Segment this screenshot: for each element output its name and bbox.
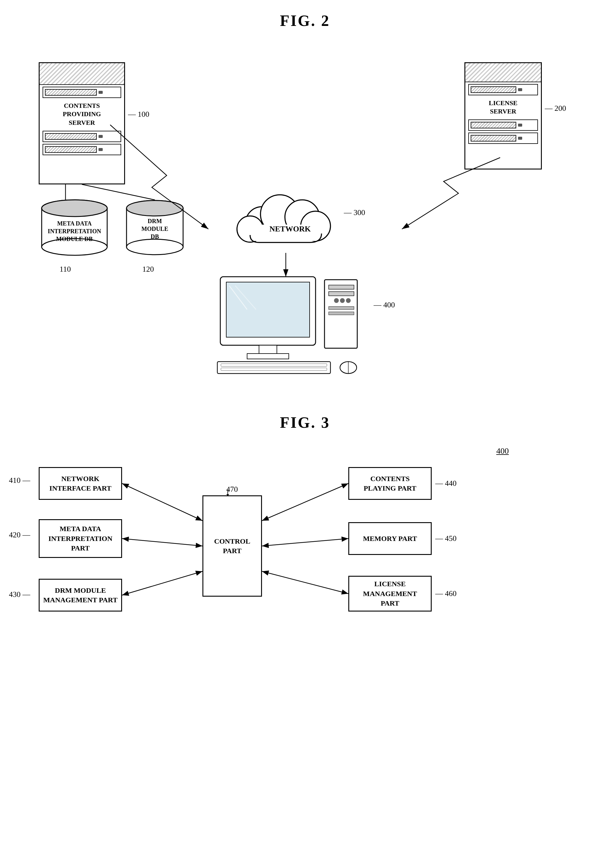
contents-server-label: CONTENTSPROVIDINGSERVER (40, 100, 124, 129)
svg-rect-19 (259, 345, 277, 354)
svg-point-25 (340, 298, 345, 303)
svg-text:NETWORK: NETWORK (269, 225, 311, 233)
drm-module-db-label: DRMMODULEDB (119, 217, 190, 240)
svg-marker-40 (226, 494, 229, 496)
svg-rect-27 (329, 307, 354, 310)
svg-line-45 (122, 571, 203, 595)
svg-point-6 (127, 239, 183, 255)
drm-module-db-ref: 120 (142, 265, 154, 274)
meta-data-interpretation-block: META DATAINTERPRETATIONPART (39, 519, 122, 558)
svg-rect-29 (217, 362, 330, 374)
ref-450: — 450 (435, 534, 457, 543)
contents-server: CONTENTSPROVIDINGSERVER (39, 62, 125, 184)
ref-430: 430 — (9, 590, 30, 599)
computer (208, 274, 363, 375)
rack-drive-2 (43, 131, 121, 142)
svg-point-26 (346, 298, 351, 303)
rack-drive-3 (43, 144, 121, 155)
license-management-block: LICENSEMANAGEMENTPART (348, 576, 432, 612)
ref-410: 410 — (9, 476, 30, 485)
license-server-ref: — 200 (545, 104, 566, 113)
rack-drive-l1 (468, 84, 538, 95)
license-server: LICENSESERVER (464, 62, 542, 169)
svg-point-3 (42, 200, 107, 217)
meta-data-db-ref: 110 (60, 265, 71, 274)
drm-module-management-block: DRM MODULEMANAGEMENT PART (39, 579, 122, 612)
svg-rect-20 (247, 353, 289, 359)
fig3-title: FIG. 3 (0, 414, 610, 431)
network-interface-block: NETWORKINTERFACE PART (39, 467, 122, 500)
rack-drive-1 (43, 87, 121, 98)
svg-line-47 (262, 539, 348, 546)
svg-line-46 (262, 484, 348, 521)
svg-line-48 (262, 571, 348, 594)
svg-point-24 (334, 298, 339, 303)
license-server-label: LICENSESERVER (465, 97, 541, 118)
computer-ref: — 400 (374, 301, 395, 310)
ref-460: — 460 (435, 589, 457, 598)
svg-line-37 (82, 184, 155, 200)
svg-rect-22 (329, 285, 354, 289)
control-part-block: CONTROLPART (203, 495, 262, 597)
svg-rect-23 (329, 291, 354, 296)
memory-part-block: MEMORY PART (348, 522, 432, 555)
network-cloud: NETWORK (226, 181, 339, 253)
rack-drive-l2 (468, 119, 538, 131)
svg-point-7 (127, 200, 183, 216)
ref-420: 420 — (9, 530, 30, 539)
meta-data-db-label: META DATAINTERPRETATIONMODULE DB (33, 220, 116, 243)
rack-top-2 (465, 63, 541, 82)
fig2-title: FIG. 2 (0, 0, 610, 29)
fig3-diagram: 400 470 410 — NETWORKINTERFACE PART 420 … (0, 443, 610, 646)
network-ref: — 300 (344, 208, 365, 217)
fig3-ref-400: 400 (496, 446, 509, 456)
fig2-diagram: CONTENTSPROVIDINGSERVER — 100 LICENSESER… (0, 39, 610, 396)
contents-playing-block: CONTENTSPLAYING PART (348, 467, 432, 500)
svg-rect-28 (329, 312, 354, 315)
ref-440: — 440 (435, 479, 457, 488)
contents-server-ref: — 100 (128, 110, 149, 119)
ref470-arrow (226, 490, 229, 496)
svg-line-43 (122, 484, 203, 521)
rack-top (40, 63, 124, 85)
svg-line-44 (122, 539, 203, 546)
rack-drive-l3 (468, 133, 538, 144)
